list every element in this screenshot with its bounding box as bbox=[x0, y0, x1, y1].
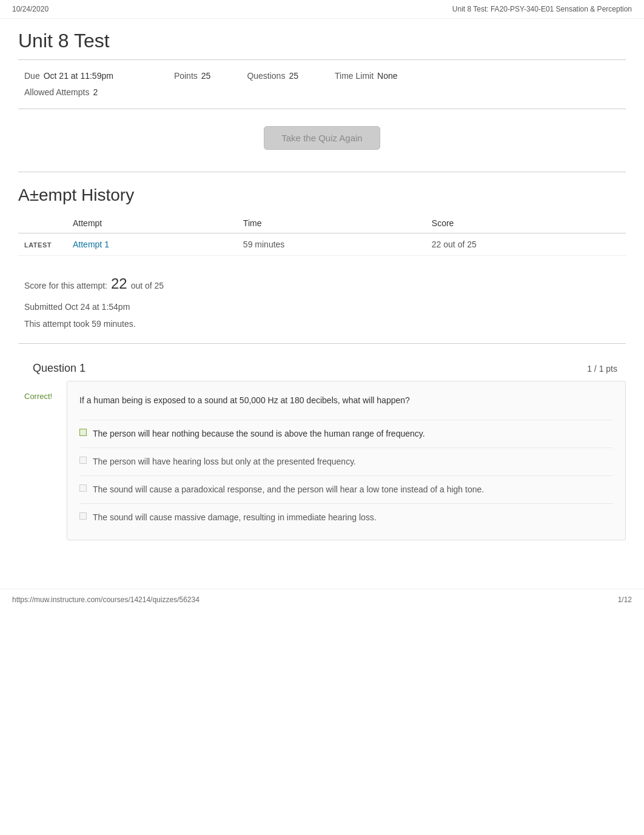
duration-line: This attempt took 59 minutes. bbox=[24, 315, 620, 332]
correct-label: Correct! bbox=[24, 389, 67, 407]
question-header: Question 1 1 / 1 pts bbox=[24, 356, 626, 381]
score-suffix: out of 25 bbox=[131, 277, 164, 294]
question-right-col: If a human being is exposed to a sound a… bbox=[67, 381, 626, 540]
attempt-time: 59 minutes bbox=[237, 233, 426, 256]
take-quiz-section: Take the Quiz Again bbox=[18, 109, 626, 172]
footer: https://muw.instructure.com/courses/1421… bbox=[0, 589, 644, 610]
question-row: Correct!If a human being is exposed to a… bbox=[24, 381, 626, 540]
question-text: If a human being is exposed to a sound a… bbox=[79, 394, 613, 407]
answer-box bbox=[79, 457, 87, 464]
latest-label: LATEST bbox=[24, 241, 52, 249]
points-value: 25 bbox=[201, 69, 211, 84]
attempt-history-title: A±empt History bbox=[18, 172, 626, 213]
questions-label: Questions bbox=[247, 69, 285, 84]
answer-option: The sound will cause a paradoxical respo… bbox=[79, 475, 613, 503]
due-label: Due bbox=[24, 69, 40, 84]
footer-url: https://muw.instructure.com/courses/1421… bbox=[12, 595, 200, 604]
score-prefix: Score for this attempt: bbox=[24, 277, 107, 294]
col-score: Score bbox=[426, 213, 626, 233]
question-points: 1 / 1 pts bbox=[587, 364, 617, 374]
footer-pagination: 1/12 bbox=[618, 595, 632, 604]
answer-text: The sound will cause a paradoxical respo… bbox=[93, 483, 484, 496]
col-blank bbox=[18, 213, 67, 233]
col-attempt: Attempt bbox=[67, 213, 237, 233]
correct-col: Correct! bbox=[24, 381, 67, 407]
question-number: Question 1 bbox=[33, 362, 86, 375]
take-quiz-button[interactable]: Take the Quiz Again bbox=[264, 126, 380, 150]
page-date: 10/24/2020 bbox=[12, 5, 49, 13]
answer-box bbox=[79, 485, 87, 492]
allowed-value: 2 bbox=[93, 85, 98, 100]
attempt-details: Score for this attempt: 22 out of 25 Sub… bbox=[18, 256, 626, 344]
attempt-link[interactable]: Attempt 1 bbox=[73, 240, 109, 249]
table-row: LATEST Attempt 1 59 minutes 22 out of 25 bbox=[18, 233, 626, 256]
answer-option: The person will hear nothing because the… bbox=[79, 420, 613, 448]
answer-text: The sound will cause massive damage, res… bbox=[93, 511, 377, 524]
question-block: Question 1 1 / 1 pts Correct!If a human … bbox=[24, 356, 626, 540]
quiz-meta: Due Oct 21 at 11:59pm Points 25 Question… bbox=[18, 60, 626, 109]
question-section: Question 1 1 / 1 pts Correct!If a human … bbox=[18, 356, 626, 540]
answer-box-correct bbox=[79, 429, 87, 436]
questions-value: 25 bbox=[289, 69, 298, 84]
col-time: Time bbox=[237, 213, 426, 233]
question-body: If a human being is exposed to a sound a… bbox=[67, 381, 626, 540]
page-title: Unit 8 Test bbox=[18, 19, 626, 60]
points-label: Points bbox=[174, 69, 198, 84]
answer-option: The person will have hearing loss but on… bbox=[79, 448, 613, 475]
allowed-label: Allowed Attempts bbox=[24, 85, 89, 100]
due-value: Oct 21 at 11:59pm bbox=[44, 69, 113, 84]
answer-text: The person will hear nothing because the… bbox=[93, 428, 425, 440]
answer-box bbox=[79, 512, 87, 520]
answer-option: The sound will cause massive damage, res… bbox=[79, 503, 613, 531]
answer-text: The person will have hearing loss but on… bbox=[93, 455, 356, 468]
submitted-line: Submitted Oct 24 at 1:54pm bbox=[24, 298, 620, 315]
attempt-table: Attempt Time Score LATEST Attempt 1 59 m… bbox=[18, 213, 626, 256]
timelimit-label: Time Limit bbox=[335, 69, 374, 84]
score-large: 22 bbox=[111, 269, 127, 298]
attempt-score: 22 out of 25 bbox=[426, 233, 626, 256]
timelimit-value: None bbox=[377, 69, 397, 84]
page-course-title: Unit 8 Test: FA20-PSY-340-E01 Sensation … bbox=[452, 5, 632, 13]
